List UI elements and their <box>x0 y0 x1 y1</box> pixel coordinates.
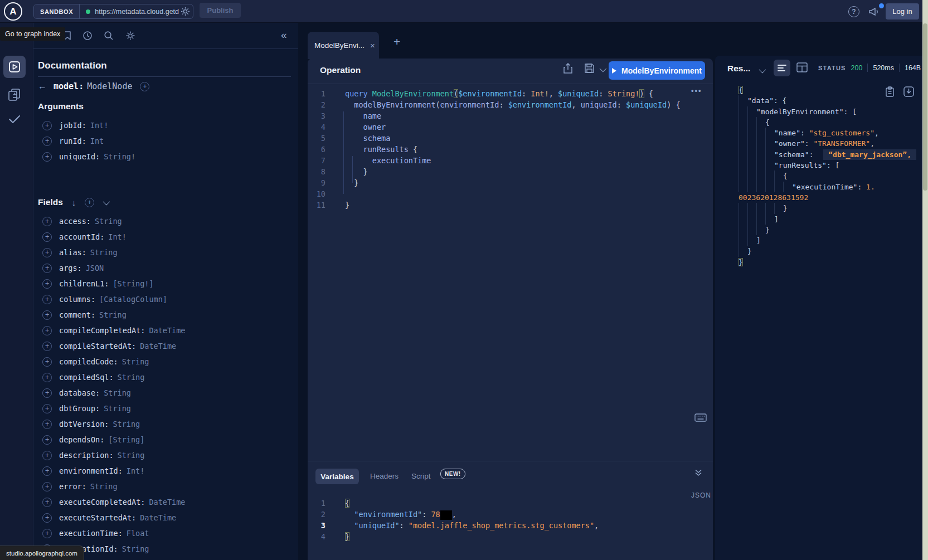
add-field-icon[interactable] <box>42 326 52 335</box>
code-token: , <box>452 510 456 519</box>
tab-close-icon[interactable]: × <box>370 41 375 50</box>
tab-variables[interactable]: Variables <box>315 469 359 484</box>
sidebar-item-schema-icon[interactable] <box>7 87 22 102</box>
list-view-toggle[interactable] <box>774 60 790 76</box>
indent-guide <box>783 182 792 192</box>
doc-field-row: dbtGroup:String <box>38 401 294 416</box>
indent-guide <box>747 182 756 192</box>
add-field-icon[interactable] <box>42 404 52 413</box>
add-field-icon[interactable] <box>42 373 52 382</box>
sidebar-item-explorer[interactable] <box>3 56 26 78</box>
table-view-toggle[interactable] <box>796 62 808 72</box>
add-field-icon[interactable] <box>42 217 52 226</box>
response-json-viewer[interactable]: {"data": {"modelByEnvironment": [{"name"… <box>738 85 917 267</box>
variables-editor[interactable]: 1{2 "environmentId": 78,3 "uniqueId": "m… <box>308 498 709 542</box>
field-type: Int! <box>90 121 109 130</box>
add-field-icon[interactable] <box>42 498 52 507</box>
documentation-panel: « Documentation ← model: ModelNode Argum… <box>33 23 298 560</box>
tab-headers[interactable]: Headers <box>370 472 399 480</box>
code-line[interactable]: 1{ <box>308 498 709 509</box>
add-field-icon[interactable] <box>42 529 52 538</box>
add-field-icon[interactable] <box>42 435 52 445</box>
search-icon[interactable] <box>104 31 114 41</box>
add-field-icon[interactable] <box>42 137 52 146</box>
operation-tab[interactable]: ModelByEnvi... × <box>308 32 379 59</box>
field-name: uniqueId: <box>59 152 100 161</box>
help-icon[interactable]: ? <box>848 6 859 17</box>
code-line[interactable]: 1query ModelByEnvironment($environmentId… <box>308 88 709 99</box>
add-field-icon[interactable] <box>42 310 52 320</box>
save-options-chevron-icon[interactable] <box>600 65 607 72</box>
fields-options-chevron-icon[interactable] <box>103 198 110 205</box>
sort-fields-icon[interactable]: ↓ <box>72 198 76 207</box>
code-line[interactable]: 2 modelByEnvironment(environmentId: $env… <box>308 99 709 110</box>
add-field-icon[interactable] <box>42 388 52 398</box>
add-field-icon[interactable] <box>42 451 52 460</box>
share-operation-icon[interactable] <box>563 63 573 74</box>
endpoint-url-input[interactable]: https://metadata.cloud.getd <box>95 8 179 16</box>
browser-status-bubble: studio.apollographql.com <box>0 546 84 560</box>
collapse-variables-icon[interactable] <box>694 468 703 477</box>
add-field-icon[interactable] <box>42 420 52 429</box>
add-field-icon[interactable] <box>42 264 52 273</box>
indent-guide <box>738 117 747 128</box>
add-field-icon[interactable] <box>42 342 52 351</box>
apollo-studio-sandbox: { "topbar": { "logo_letter": "A", "sandb… <box>0 0 928 560</box>
add-field-icon[interactable] <box>42 279 52 289</box>
tab-script[interactable]: Script <box>411 472 431 480</box>
field-name: database: <box>59 388 100 397</box>
add-all-fields-icon[interactable] <box>85 198 94 207</box>
code-token: : <box>599 89 608 98</box>
collapse-sidebar-icon[interactable]: « <box>281 29 287 41</box>
connection-settings-icon[interactable] <box>181 7 190 16</box>
doc-field-row: dependsOn:[String] <box>38 432 294 447</box>
query-editor[interactable]: 1query ModelByEnvironment($environmentId… <box>308 88 709 211</box>
add-field-icon[interactable] <box>42 121 52 130</box>
code-line[interactable]: 3 "uniqueId": "model.jaffle_shop_metrics… <box>308 520 709 531</box>
add-field-icon[interactable] <box>42 513 52 523</box>
megaphone-icon[interactable] <box>868 6 880 17</box>
fields-title: Fields <box>38 197 63 207</box>
indent-guide <box>756 117 765 128</box>
back-arrow-icon[interactable]: ← <box>38 81 54 91</box>
settings-gear-icon[interactable] <box>125 31 135 41</box>
keyboard-shortcuts-icon[interactable] <box>694 413 707 422</box>
code-token: : <box>805 139 814 148</box>
code-line[interactable]: 11} <box>308 199 709 211</box>
add-field-icon[interactable] <box>42 357 52 367</box>
docs-type-name[interactable]: ModelNode <box>87 81 132 91</box>
history-icon[interactable] <box>82 31 93 41</box>
new-tab-icon[interactable] <box>393 35 400 48</box>
add-field-icon[interactable] <box>42 232 52 242</box>
notification-dot <box>879 3 884 8</box>
add-field-icon[interactable] <box>42 466 52 476</box>
code-line[interactable]: 10 <box>308 188 709 199</box>
add-field-icon[interactable] <box>42 295 52 304</box>
add-field-icon[interactable] <box>42 248 52 257</box>
apollo-logo-icon[interactable]: A <box>4 2 22 21</box>
code-line[interactable]: 7 executionTime <box>308 155 709 166</box>
run-operation-button[interactable]: ModelByEnvironment <box>609 61 705 80</box>
response-dropdown-icon[interactable] <box>759 66 766 74</box>
indent-guide <box>756 171 765 181</box>
code-line[interactable]: 5 schema <box>308 133 709 144</box>
line-number: 11 <box>308 199 330 211</box>
code-token: { <box>409 145 417 154</box>
code-line[interactable]: 6 runResults { <box>308 144 709 155</box>
code-line[interactable]: 9 } <box>308 177 709 188</box>
login-button[interactable]: Log in <box>886 3 919 20</box>
code-line[interactable]: 4} <box>308 531 709 542</box>
add-field-icon[interactable] <box>42 482 52 491</box>
save-operation-icon[interactable] <box>584 63 595 74</box>
code-line[interactable]: 2 "environmentId": 78, <box>308 509 709 520</box>
scrollbar[interactable] <box>922 0 928 560</box>
code-line[interactable]: 4 owner <box>308 121 709 133</box>
add-field-icon[interactable] <box>42 152 52 162</box>
add-type-icon[interactable] <box>140 82 149 91</box>
publish-button[interactable]: Publish <box>200 3 241 18</box>
code-line[interactable]: 8 } <box>308 166 709 177</box>
code-content: "environmentId": 78, <box>330 509 456 520</box>
sidebar-item-checks-icon[interactable] <box>8 114 21 125</box>
code-line[interactable]: 3 name <box>308 110 709 121</box>
scrollbar-thumb[interactable] <box>923 23 927 191</box>
